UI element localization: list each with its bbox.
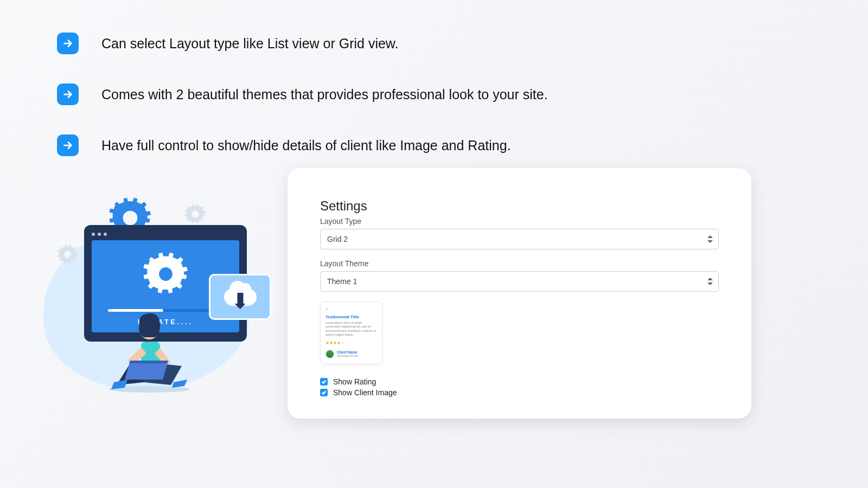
quote-icon: ❝ <box>326 307 377 313</box>
feature-text: Can select Layout type like List view or… <box>101 36 398 52</box>
preview-title: Testimonial Title <box>326 314 377 319</box>
settings-panel: Settings Layout Type Grid 2 Layout Theme… <box>288 168 751 419</box>
feature-item: Can select Layout type like List view or… <box>57 33 825 54</box>
rating-stars: ★★★★★ <box>326 341 377 345</box>
sort-icon <box>707 278 713 285</box>
feature-text: Comes with 2 beautiful themes that provi… <box>101 87 548 102</box>
cloud-download-icon <box>209 274 271 320</box>
layout-theme-label: Layout Theme <box>320 259 719 268</box>
client-name: Client Name <box>337 350 359 354</box>
avatar <box>326 350 334 358</box>
settings-title: Settings <box>320 198 719 214</box>
feature-item: Have full control to show/hide details o… <box>57 134 825 156</box>
features-list: Can select Layout type like List view or… <box>57 33 825 185</box>
arrow-right-icon <box>57 134 79 156</box>
person-illustration <box>79 309 198 393</box>
settings-illustration: UPDATE.... <box>38 195 266 412</box>
layout-type-select[interactable]: Grid 2 <box>320 229 719 249</box>
layout-type-label: Layout Type <box>320 217 719 226</box>
testimonial-preview-card: ❝ Testimonial Title Lorem ipsum dolor si… <box>320 301 382 364</box>
arrow-right-icon <box>57 84 79 105</box>
sort-icon <box>707 235 713 243</box>
preview-body: Lorem ipsum dolor sit amet, consectetur … <box>326 321 377 337</box>
gear-icon <box>184 203 206 225</box>
show-client-image-label: Show Client Image <box>333 388 397 397</box>
layout-theme-select[interactable]: Theme 1 <box>320 271 719 292</box>
show-rating-label: Show Rating <box>333 377 376 386</box>
feature-text: Have full control to show/hide details o… <box>101 138 511 153</box>
gear-icon <box>143 251 189 297</box>
layout-type-value: Grid 2 <box>327 235 348 243</box>
feature-item: Comes with 2 beautiful themes that provi… <box>57 84 825 105</box>
show-client-image-checkbox[interactable] <box>320 389 328 396</box>
show-rating-checkbox[interactable] <box>320 378 328 386</box>
layout-theme-value: Theme 1 <box>327 277 357 286</box>
client-email: client@gmail.com <box>337 354 359 357</box>
gear-icon <box>57 244 79 266</box>
arrow-right-icon <box>57 33 79 54</box>
